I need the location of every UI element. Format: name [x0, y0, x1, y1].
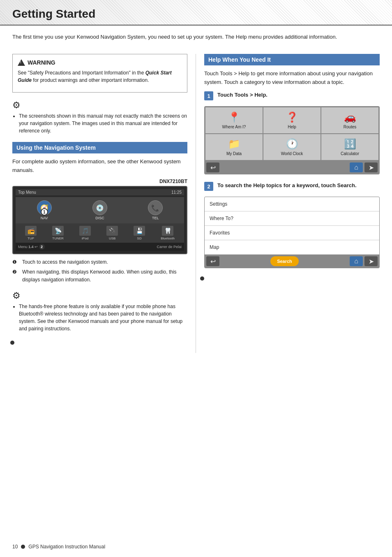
tup-icon: 📻	[25, 226, 37, 236]
warning-body: See "Safety Precautions and Important In…	[18, 69, 182, 84]
disc-icon-circle: 💿	[92, 200, 107, 215]
help-step-2-indicator: 2 To search the Help topics for a keywor…	[204, 182, 380, 191]
tools-back-btn[interactable]: ↩	[206, 162, 219, 172]
tool-my-data[interactable]: 📁 My Data	[205, 134, 263, 160]
warning-title: ! WARNING	[18, 59, 182, 66]
help-list-bottom-bar: ↩ Search ⌂ ➤	[205, 255, 379, 268]
device-icon-usb[interactable]: 🔌 USB	[106, 226, 118, 240]
tel-label: TEL	[152, 216, 159, 220]
page-title: Getting Started	[12, 7, 380, 21]
device-small-icons: 📻 TUP 📡 TUNER 🎵 iPod 🔌 USB	[16, 223, 184, 243]
help-list-settings[interactable]: Settings	[205, 197, 379, 211]
device-status-left: Menu 1.4 ↩ 2	[18, 244, 45, 250]
tool-world-clock[interactable]: 🕐 World Clock	[263, 134, 321, 160]
nav-section: Using the Navigation System For complete…	[12, 142, 187, 284]
note2-icon: ⚙	[12, 290, 187, 301]
usb-icon: 🔌	[106, 226, 118, 236]
calculator-label: Calculator	[341, 151, 359, 156]
help-next-btn[interactable]: ➤	[364, 256, 378, 266]
device-icon-tup[interactable]: 📻 TUP	[25, 226, 37, 240]
note1-text: The screenshots shown in this manual may…	[19, 112, 187, 135]
left-section-dot	[10, 341, 14, 345]
device-icon-nav[interactable]: 🧭 1 NAV	[37, 200, 52, 220]
help-step-2-text: To search the Help topics for a keyword,…	[217, 182, 357, 189]
sd-icon: 💾	[134, 226, 145, 236]
right-column: Help When You Need It Touch Tools > Help…	[196, 54, 392, 353]
calculator-icon: 🔢	[344, 138, 356, 150]
ipod-label: iPod	[82, 237, 88, 240]
search-button[interactable]: Search	[270, 256, 299, 266]
device-icon-ipod[interactable]: 🎵 iPod	[79, 226, 91, 240]
warning-label: WARNING	[28, 59, 55, 66]
nav-label: NAV	[41, 216, 48, 220]
tool-help[interactable]: ❓ Help	[263, 107, 321, 133]
tool-where-am-i[interactable]: 📍 Where Am I?	[205, 107, 263, 133]
bluetooth-icon: 🦷	[162, 226, 173, 236]
footer-dot	[21, 545, 25, 549]
tel-icon-circle: 📞	[148, 200, 163, 215]
help-step-1-num: 1	[204, 91, 213, 100]
help-step-1-indicator: 1 Touch Tools > Help.	[204, 91, 380, 100]
help-home-btn[interactable]: ⌂	[350, 256, 363, 266]
my-data-icon: 📁	[228, 138, 240, 150]
device-topbar-label: Top Menu	[18, 190, 36, 195]
tool-routes[interactable]: 🚗 Routes	[321, 107, 378, 133]
help-section: Help When You Need It Touch Tools > Help…	[204, 54, 380, 269]
tools-home-btn[interactable]: ⌂	[350, 162, 363, 172]
device-icon-bluetooth[interactable]: 🦷 Bluetooth	[161, 226, 175, 240]
right-section-dot	[200, 276, 204, 281]
main-content: ! WARNING See "Safety Precautions and Im…	[0, 54, 392, 353]
warning-triangle-icon: !	[18, 59, 25, 66]
device-icon-sd[interactable]: 💾 SD	[134, 226, 145, 240]
page-header: Getting Started	[0, 0, 392, 26]
device-topbar: Top Menu 11:25	[16, 189, 184, 195]
device-icon-disc[interactable]: 💿 DISC	[92, 200, 107, 220]
step-1-icon: ❶	[12, 258, 17, 266]
device-main-icons: 🧭 1 NAV 💿 DISC 📞 TEL	[16, 197, 184, 223]
footer-page-num: 10	[12, 544, 18, 550]
where-am-i-label: Where Am I?	[222, 125, 246, 129]
help-list-screen: Settings Where To? Favorites Map ↩ Searc…	[204, 197, 380, 268]
sd-label: SD	[137, 237, 142, 240]
disc-label: DISC	[95, 216, 104, 220]
device-icon-tuner[interactable]: 📡 TUNER	[52, 226, 64, 240]
help-list-where-to[interactable]: Where To?	[205, 211, 379, 226]
device-screen: Top Menu 11:25 🧭 1 NAV 💿 DISC	[12, 186, 187, 254]
help-back-btn[interactable]: ↩	[206, 256, 219, 266]
left-column: ! WARNING See "Safety Precautions and Im…	[0, 54, 196, 353]
where-am-i-icon: 📍	[228, 111, 240, 123]
help-step-1-text: Touch Tools > Help.	[217, 91, 267, 99]
ipod-icon: 🎵	[79, 226, 91, 236]
note2-text: The hands-free phone feature is only ava…	[19, 303, 187, 332]
nav-step-1: ❶ Touch to access the navigation system.	[12, 258, 187, 266]
footer-text: GPS Navigation Instruction Manual	[28, 544, 105, 550]
note1-icon: ⚙	[12, 100, 187, 111]
intro-text: The first time you use your Kenwood Navi…	[0, 33, 392, 42]
step-1-badge: 1	[41, 208, 48, 216]
tuner-label: TUNER	[52, 237, 64, 240]
help-list-favorites[interactable]: Favorites	[205, 226, 379, 240]
help-section-header: Help When You Need It	[204, 54, 380, 65]
world-clock-icon: 🕐	[286, 138, 298, 150]
device-topbar-time: 11:25	[171, 190, 182, 195]
tools-next-btn[interactable]: ➤	[364, 162, 378, 172]
step-2-icon: ❷	[12, 268, 17, 276]
note2-block: ⚙ The hands-free phone feature is only a…	[12, 290, 187, 332]
step-2-text: When navigating, this displays Kenwood a…	[22, 269, 177, 283]
step-1-text: Touch to access the navigation system.	[22, 259, 108, 265]
tool-calculator[interactable]: 🔢 Calculator	[321, 134, 378, 160]
help-list-map[interactable]: Map	[205, 240, 379, 255]
nav-section-body: For complete audio system information, s…	[12, 158, 187, 175]
step-2-badge: 2	[39, 244, 45, 250]
device-status-bar: Menu 1.4 ↩ 2 Carrer de Pelai	[16, 243, 184, 251]
warning-box: ! WARNING See "Safety Precautions and Im…	[12, 54, 187, 93]
device-label: DNX7210BT	[12, 179, 187, 184]
world-clock-label: World Clock	[281, 151, 303, 156]
my-data-label: My Data	[226, 151, 242, 156]
device-icon-tel[interactable]: 📞 TEL	[148, 200, 163, 220]
help-section-body: Touch Tools > Help to get more informati…	[204, 70, 380, 87]
help-icon: ❓	[286, 111, 298, 123]
nav-section-header: Using the Navigation System	[12, 142, 187, 153]
usb-label: USB	[109, 237, 115, 240]
help-step-2-num: 2	[204, 182, 213, 191]
